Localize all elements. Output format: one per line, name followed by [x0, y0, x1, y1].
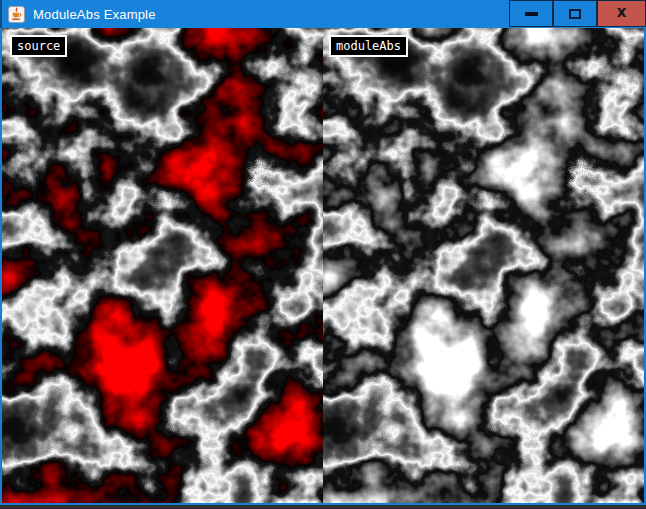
titlebar[interactable]: ModuleAbs Example x [0, 0, 646, 28]
application-window: ModuleAbs Example x [0, 0, 646, 505]
window-title: ModuleAbs Example [33, 7, 156, 22]
minimize-icon [525, 12, 538, 16]
moduleabs-label: moduleAbs [329, 35, 408, 57]
desktop-background-strip [0, 505, 646, 509]
noise-canvas [2, 28, 644, 503]
minimize-button[interactable] [509, 0, 553, 27]
close-icon: x [617, 5, 627, 20]
maximize-button[interactable] [553, 0, 597, 27]
source-noise-image [2, 28, 323, 503]
java-coffee-cup-icon [8, 6, 25, 23]
close-button[interactable]: x [597, 0, 646, 27]
maximize-icon [569, 9, 581, 19]
caption-buttons: x [509, 0, 646, 27]
source-label: source [10, 35, 67, 57]
client-area: source moduleAbs [0, 28, 646, 505]
moduleabs-noise-image [323, 28, 644, 503]
